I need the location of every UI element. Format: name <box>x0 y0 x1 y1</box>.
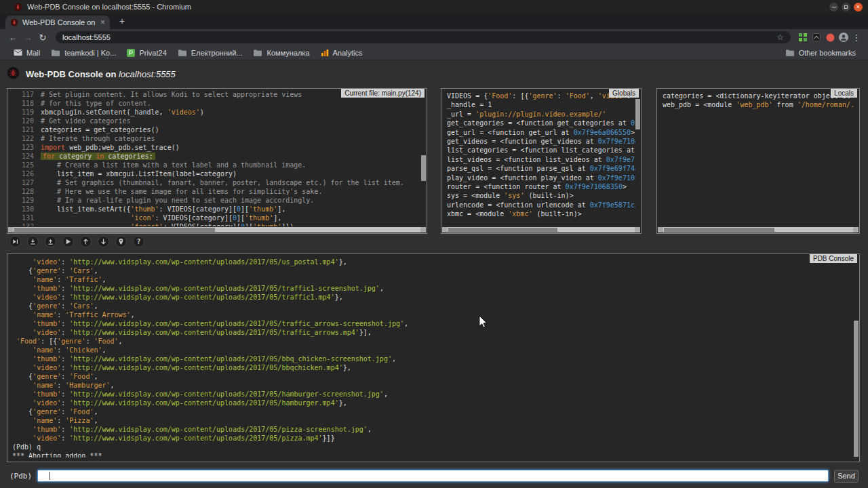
folder-icon <box>253 49 262 57</box>
bookmark-item[interactable]: teamkodi | Ko... <box>45 46 121 60</box>
code-line: 122# Iterate through categories <box>15 134 420 143</box>
globals-line: _url = 'plugin://plugin.video.example/' <box>447 110 635 119</box>
folder-icon <box>51 49 60 57</box>
bookmark-item[interactable]: Коммуналка <box>248 46 315 60</box>
globals-panel: Globals VIDEOS = {'Food': [{'genre': 'Fo… <box>441 88 642 234</box>
console-line: 'name': 'Traffic Arrows', <box>12 310 851 319</box>
continue-button[interactable] <box>62 236 74 247</box>
current-file-label: Current file: main.py(124) <box>341 89 425 98</box>
extension-icon-3[interactable] <box>823 33 837 42</box>
up-button[interactable] <box>80 236 92 247</box>
next-button[interactable] <box>9 236 21 247</box>
tab-title: Web-PDB Console on localhost:5555 <box>22 18 96 26</box>
console-line: 'name': 'Pizza', <box>12 416 851 425</box>
mail-icon <box>14 49 22 56</box>
help-button[interactable]: ? <box>133 236 144 247</box>
console-line: 'video': 'http://www.vidsplay.com/wp-con… <box>12 434 851 443</box>
globals-line: play_video = <function play_video at 0x7… <box>447 174 635 182</box>
bookmark-item[interactable]: Analytics <box>315 46 368 60</box>
return-button[interactable] <box>45 236 56 247</box>
new-tab-button[interactable]: + <box>117 16 127 27</box>
back-button[interactable]: ← <box>5 33 20 43</box>
tab-close-icon[interactable]: × <box>100 18 105 26</box>
code-line: 124for category in categories: <box>15 152 420 161</box>
bookmark-label: Privat24 <box>139 49 166 57</box>
other-bookmarks-label: Other bookmarks <box>799 49 856 57</box>
console-line: 'thumb': 'http://www.vidsplay.com/wp-con… <box>12 319 851 328</box>
console-line: 'name': 'Chicken', <box>12 346 851 354</box>
code-line: 126 list_item = xbmcgui.ListItem(label=c… <box>15 169 420 178</box>
code-line: 128 # Here we use the same image for all… <box>15 187 420 196</box>
console-line: 'name': 'Hamburger', <box>12 381 851 390</box>
address-text: localhost:5555 <box>62 33 111 41</box>
bookmark-label: teamkodi | Ko... <box>64 49 116 57</box>
pdb-console-panel: PDB Console 'video': 'http://www.vidspla… <box>7 253 860 462</box>
bookmark-star-icon[interactable]: ☆ <box>776 33 784 42</box>
console-line: {'genre': 'Food', <box>12 407 851 416</box>
bookmark-item[interactable]: Privat24 <box>121 46 172 60</box>
locals-horizontal-scrollbar[interactable] <box>658 227 859 232</box>
console-vertical-scrollbar[interactable] <box>854 255 859 461</box>
globals-horizontal-scrollbar[interactable] <box>442 227 640 232</box>
code-line: 129 # In a real-life plugin you need to … <box>15 196 420 205</box>
code-line: 118# for this type of content. <box>15 99 420 108</box>
bookmarks-list: Mailteamkodi | Ko...Privat24Електронний.… <box>8 46 368 60</box>
console-line: 'name': 'Traffic', <box>12 275 851 284</box>
console-line: *** Aborting addon *** <box>12 451 851 458</box>
console-line: {'genre': 'Cars', <box>12 266 851 275</box>
mouse-cursor-icon <box>479 315 488 331</box>
send-button[interactable]: Send <box>834 470 859 483</box>
step-button[interactable] <box>27 236 39 247</box>
globals-line: list_categories = <function list_categor… <box>447 146 635 155</box>
code-lines: 117# Set plugin content. It allows Kodi … <box>15 90 420 226</box>
code-line: 130 list_item.setArt({'thumb': VIDEOS[ca… <box>15 205 420 214</box>
address-bar[interactable]: localhost:5555 ☆ <box>56 31 791 43</box>
code-vertical-scrollbar[interactable] <box>421 89 426 226</box>
bookmark-label: Analytics <box>333 49 363 57</box>
folder-icon <box>178 49 187 57</box>
locals-line: categories = <dictionary-keyiterator obj… <box>663 92 854 100</box>
code-line: 125 # Create a list item with a text lab… <box>15 161 420 169</box>
bookmark-label: Електронний... <box>191 49 243 57</box>
code-line: 119xbmcplugin.setContent(_handle, 'video… <box>15 108 420 117</box>
avatar[interactable] <box>837 33 850 42</box>
pdb-command-input[interactable] <box>37 470 829 482</box>
console-line: {'genre': 'Cars', <box>12 302 851 310</box>
reload-button[interactable]: ↻ <box>35 33 50 43</box>
bookmark-label: Mail <box>26 49 40 57</box>
console-line: 'video': 'http://www.vidsplay.com/wp-con… <box>12 328 851 337</box>
console-line: 'Food': [{'genre': 'Food', <box>12 337 851 346</box>
window-title: Web-PDB Console on localhost:5555 - Chro… <box>27 3 191 11</box>
text-caret <box>50 472 50 480</box>
window-titlebar: Web-PDB Console on localhost:5555 - Chro… <box>0 0 868 14</box>
console-line: 'thumb': 'http://www.vidsplay.com/wp-con… <box>12 390 851 399</box>
console-line: 'thumb': 'http://www.vidsplay.com/wp-con… <box>12 425 851 434</box>
bookmark-item[interactable]: Електронний... <box>172 46 248 60</box>
other-bookmarks[interactable]: Other bookmarks <box>781 49 860 57</box>
browser-toolbar: ← → ↻ localhost:5555 ☆ ⋮ <box>0 29 868 45</box>
maximize-button[interactable] <box>842 3 850 12</box>
globals-line: parse_qsl = <function parse_qsl at 0x7f9… <box>447 164 635 173</box>
locals-line: web_pdb = <module 'web_pdb' from '/home/… <box>663 100 854 109</box>
minimize-button[interactable] <box>829 3 838 12</box>
bookmark-label: Коммуналка <box>267 49 309 57</box>
extension-icon-2[interactable] <box>810 33 823 41</box>
globals-line: VIDEOS = {'Food': [{'genre': 'Food', 'vi… <box>447 92 635 100</box>
close-button[interactable]: × <box>854 3 863 12</box>
where-button[interactable] <box>115 236 127 247</box>
extension-icon-1[interactable] <box>796 33 810 41</box>
forward-button[interactable]: → <box>20 33 35 43</box>
page-title-host: localhost:5555 <box>119 69 176 79</box>
globals-vertical-scrollbar[interactable] <box>635 89 640 226</box>
bookmark-item[interactable]: Mail <box>8 46 45 60</box>
globals-line: list_videos = <function list_videos at 0… <box>447 155 635 164</box>
page-header: Web-PDB Console on localhost:5555 <box>7 66 176 82</box>
down-button[interactable] <box>98 236 109 247</box>
globals-line: get_url = <function get_url at 0x7f9e6a0… <box>447 128 635 137</box>
pdb-prompt-label: (Pdb) <box>9 472 32 481</box>
globals-line: sys = <module 'sys' (built-in)> <box>447 191 635 200</box>
browser-menu-button[interactable]: ⋮ <box>850 33 863 43</box>
code-horizontal-scrollbar[interactable] <box>8 227 426 232</box>
console-line: 'video': 'http://www.vidsplay.com/wp-con… <box>12 399 851 407</box>
browser-tab[interactable]: Web-PDB Console on localhost:5555 × <box>5 16 110 29</box>
